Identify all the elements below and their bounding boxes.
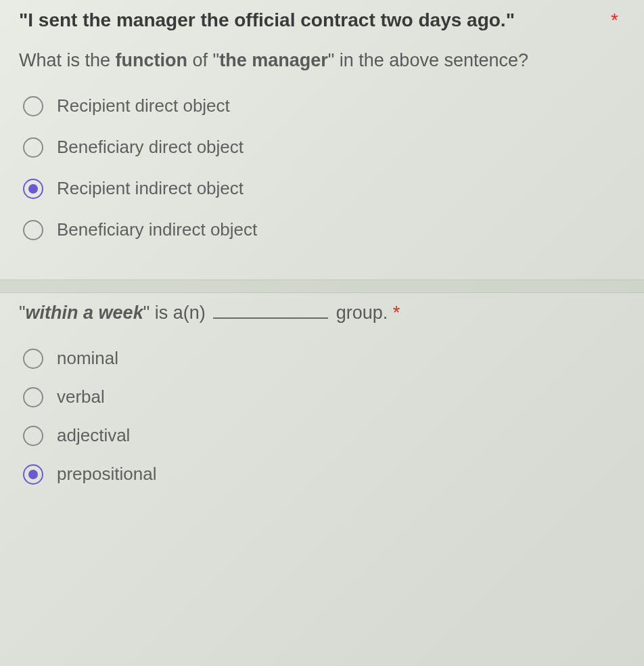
q2-phrase: within a week	[26, 303, 143, 323]
q2-quote-open: "	[19, 303, 26, 323]
q2-quote-close: "	[143, 303, 150, 323]
q1-prompt-bold1: function	[116, 50, 187, 70]
q1-prompt-mid: of "	[187, 50, 219, 70]
q2-mid: is a(n)	[150, 303, 210, 323]
radio-unselected-icon[interactable]	[23, 426, 43, 446]
q1-prompt-post: " in the above sentence?	[328, 50, 528, 70]
q2-option-label: verbal	[57, 386, 105, 407]
radio-selected-icon[interactable]	[23, 464, 43, 485]
q1-prompt: What is the function of "the manager" in…	[19, 50, 625, 71]
q1-sentence: "I sent the manager the official contrac…	[19, 9, 515, 31]
radio-selected-icon[interactable]	[23, 179, 43, 199]
q1-option-3[interactable]: Beneficiary indirect object	[23, 219, 625, 240]
radio-unselected-icon[interactable]	[23, 220, 43, 240]
radio-unselected-icon[interactable]	[23, 387, 43, 407]
q2-option-label: nominal	[57, 348, 118, 369]
q1-option-label: Beneficiary direct object	[57, 137, 244, 158]
q2-option-3[interactable]: prepositional	[23, 464, 625, 485]
question-1: "I sent the manager the official contrac…	[0, 0, 644, 280]
q1-option-label: Beneficiary indirect object	[57, 219, 257, 240]
q2-options: nominal verbal adjectival prepositional	[19, 348, 625, 485]
blank-line	[213, 316, 328, 319]
radio-unselected-icon[interactable]	[23, 96, 43, 116]
q1-prompt-bold2: the manager	[219, 50, 328, 70]
required-mark: *	[393, 303, 400, 323]
q2-option-0[interactable]: nominal	[23, 348, 625, 369]
q1-prompt-pre: What is the	[19, 50, 116, 70]
q1-option-2[interactable]: Recipient indirect object	[23, 178, 625, 199]
question-divider	[0, 280, 644, 293]
radio-unselected-icon[interactable]	[23, 137, 43, 158]
q2-option-label: prepositional	[57, 464, 156, 485]
q1-sentence-row: "I sent the manager the official contrac…	[19, 9, 625, 31]
q1-option-label: Recipient indirect object	[57, 178, 244, 199]
q2-option-label: adjectival	[57, 425, 130, 446]
q2-option-1[interactable]: verbal	[23, 386, 625, 407]
q1-option-1[interactable]: Beneficiary direct object	[23, 137, 625, 158]
question-2: "within a week" is a(n) group. * nominal…	[0, 293, 644, 521]
q1-option-label: Recipient direct object	[57, 95, 230, 116]
q2-option-2[interactable]: adjectival	[23, 425, 625, 446]
required-mark: *	[611, 9, 625, 31]
radio-unselected-icon[interactable]	[23, 349, 43, 369]
q2-prompt: "within a week" is a(n) group. *	[19, 303, 625, 324]
q2-tail: group.	[331, 303, 393, 323]
q1-option-0[interactable]: Recipient direct object	[23, 95, 625, 116]
q1-options: Recipient direct object Beneficiary dire…	[19, 95, 625, 240]
